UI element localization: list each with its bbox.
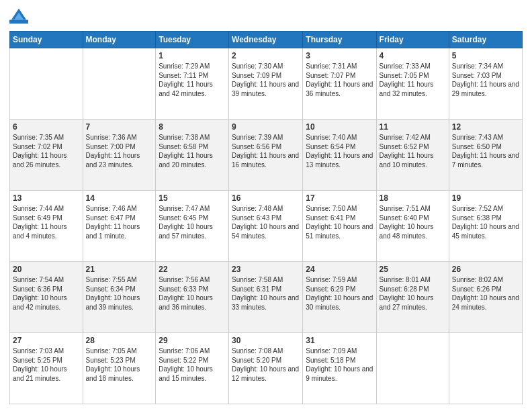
- calendar-cell: 16Sunrise: 7:48 AMSunset: 6:43 PMDayligh…: [229, 191, 303, 262]
- calendar-cell: [83, 48, 156, 120]
- calendar-cell: 29Sunrise: 7:06 AMSunset: 5:22 PMDayligh…: [156, 333, 229, 404]
- day-info: Sunrise: 7:39 AMSunset: 6:56 PMDaylight:…: [232, 133, 300, 169]
- day-info: Sunrise: 7:43 AMSunset: 6:50 PMDaylight:…: [452, 133, 519, 169]
- day-info: Sunrise: 7:52 AMSunset: 6:38 PMDaylight:…: [452, 204, 519, 240]
- day-number: 8: [159, 122, 226, 132]
- day-info: Sunrise: 7:40 AMSunset: 6:54 PMDaylight:…: [306, 133, 373, 169]
- calendar-cell: 11Sunrise: 7:42 AMSunset: 6:52 PMDayligh…: [376, 120, 449, 191]
- calendar-cell: 24Sunrise: 7:59 AMSunset: 6:29 PMDayligh…: [303, 262, 376, 333]
- day-info: Sunrise: 7:29 AMSunset: 7:11 PMDaylight:…: [159, 62, 226, 98]
- day-number: 5: [452, 50, 519, 61]
- calendar-cell: 1Sunrise: 7:29 AMSunset: 7:11 PMDaylight…: [156, 48, 229, 120]
- calendar-cell: 27Sunrise: 7:03 AMSunset: 5:25 PMDayligh…: [10, 333, 83, 404]
- calendar-cell: 20Sunrise: 7:54 AMSunset: 6:36 PMDayligh…: [10, 262, 83, 333]
- day-info: Sunrise: 7:34 AMSunset: 7:03 PMDaylight:…: [452, 62, 519, 98]
- logo-icon: [9, 7, 28, 26]
- day-number: 21: [86, 264, 153, 275]
- page: SundayMondayTuesdayWednesdayThursdayFrid…: [0, 0, 532, 411]
- day-number: 7: [86, 122, 153, 132]
- day-info: Sunrise: 7:38 AMSunset: 6:58 PMDaylight:…: [159, 133, 226, 169]
- day-number: 10: [306, 122, 373, 132]
- day-info: Sunrise: 7:46 AMSunset: 6:47 PMDaylight:…: [86, 204, 153, 240]
- calendar-cell: 22Sunrise: 7:56 AMSunset: 6:33 PMDayligh…: [156, 262, 229, 333]
- calendar-cell: [449, 333, 522, 404]
- day-number: 2: [232, 50, 300, 61]
- calendar-cell: 15Sunrise: 7:47 AMSunset: 6:45 PMDayligh…: [156, 191, 229, 262]
- calendar-header-friday: Friday: [376, 32, 449, 48]
- day-info: Sunrise: 7:59 AMSunset: 6:29 PMDaylight:…: [306, 275, 373, 312]
- calendar-cell: 13Sunrise: 7:44 AMSunset: 6:49 PMDayligh…: [10, 191, 83, 262]
- day-info: Sunrise: 7:44 AMSunset: 6:49 PMDaylight:…: [13, 204, 80, 240]
- calendar-cell: 21Sunrise: 7:55 AMSunset: 6:34 PMDayligh…: [83, 262, 156, 333]
- day-number: 30: [232, 335, 300, 346]
- day-number: 11: [380, 122, 446, 132]
- day-number: 25: [380, 264, 446, 275]
- day-number: 19: [452, 193, 519, 203]
- logo: [9, 7, 31, 26]
- day-info: Sunrise: 7:08 AMSunset: 5:20 PMDaylight:…: [232, 347, 300, 383]
- day-number: 3: [306, 50, 373, 61]
- day-info: Sunrise: 7:42 AMSunset: 6:52 PMDaylight:…: [380, 133, 446, 169]
- day-info: Sunrise: 7:58 AMSunset: 6:31 PMDaylight:…: [232, 275, 300, 312]
- calendar-header-wednesday: Wednesday: [229, 32, 303, 48]
- day-info: Sunrise: 7:51 AMSunset: 6:40 PMDaylight:…: [380, 204, 446, 240]
- day-number: 6: [13, 122, 80, 132]
- day-info: Sunrise: 7:31 AMSunset: 7:07 PMDaylight:…: [306, 62, 373, 98]
- calendar-cell: 30Sunrise: 7:08 AMSunset: 5:20 PMDayligh…: [229, 333, 303, 404]
- day-number: 4: [380, 50, 446, 61]
- day-info: Sunrise: 7:09 AMSunset: 5:18 PMDaylight:…: [306, 347, 373, 383]
- calendar-cell: 23Sunrise: 7:58 AMSunset: 6:31 PMDayligh…: [229, 262, 303, 333]
- day-number: 28: [86, 335, 153, 346]
- calendar-cell: 9Sunrise: 7:39 AMSunset: 6:56 PMDaylight…: [229, 120, 303, 191]
- day-info: Sunrise: 7:48 AMSunset: 6:43 PMDaylight:…: [232, 204, 300, 240]
- day-info: Sunrise: 7:47 AMSunset: 6:45 PMDaylight:…: [159, 204, 226, 240]
- calendar-header-monday: Monday: [83, 32, 156, 48]
- day-number: 17: [306, 193, 373, 203]
- day-info: Sunrise: 7:54 AMSunset: 6:36 PMDaylight:…: [13, 275, 80, 312]
- calendar-week-3: 13Sunrise: 7:44 AMSunset: 6:49 PMDayligh…: [10, 191, 523, 262]
- calendar-cell: 10Sunrise: 7:40 AMSunset: 6:54 PMDayligh…: [303, 120, 376, 191]
- calendar-cell: 8Sunrise: 7:38 AMSunset: 6:58 PMDaylight…: [156, 120, 229, 191]
- calendar-cell: [376, 333, 449, 404]
- day-info: Sunrise: 8:01 AMSunset: 6:28 PMDaylight:…: [380, 275, 446, 312]
- day-info: Sunrise: 7:33 AMSunset: 7:05 PMDaylight:…: [380, 62, 446, 98]
- day-number: 15: [159, 193, 226, 203]
- calendar-header-sunday: Sunday: [10, 32, 83, 48]
- calendar-cell: 2Sunrise: 7:30 AMSunset: 7:09 PMDaylight…: [229, 48, 303, 120]
- day-info: Sunrise: 7:56 AMSunset: 6:33 PMDaylight:…: [159, 275, 226, 312]
- calendar-header-saturday: Saturday: [449, 32, 522, 48]
- calendar-week-5: 27Sunrise: 7:03 AMSunset: 5:25 PMDayligh…: [10, 333, 523, 404]
- calendar-cell: 26Sunrise: 8:02 AMSunset: 6:26 PMDayligh…: [449, 262, 522, 333]
- calendar-cell: 25Sunrise: 8:01 AMSunset: 6:28 PMDayligh…: [376, 262, 449, 333]
- day-number: 9: [232, 122, 300, 132]
- day-number: 23: [232, 264, 300, 275]
- calendar-cell: 5Sunrise: 7:34 AMSunset: 7:03 PMDaylight…: [449, 48, 522, 120]
- calendar-header-row: SundayMondayTuesdayWednesdayThursdayFrid…: [10, 32, 523, 48]
- day-info: Sunrise: 7:55 AMSunset: 6:34 PMDaylight:…: [86, 275, 153, 312]
- day-number: 22: [159, 264, 226, 275]
- calendar-cell: 3Sunrise: 7:31 AMSunset: 7:07 PMDaylight…: [303, 48, 376, 120]
- calendar-cell: 6Sunrise: 7:35 AMSunset: 7:02 PMDaylight…: [10, 120, 83, 191]
- calendar-cell: 28Sunrise: 7:05 AMSunset: 5:23 PMDayligh…: [83, 333, 156, 404]
- day-number: 24: [306, 264, 373, 275]
- day-number: 14: [86, 193, 153, 203]
- calendar-week-2: 6Sunrise: 7:35 AMSunset: 7:02 PMDaylight…: [10, 120, 523, 191]
- calendar-week-4: 20Sunrise: 7:54 AMSunset: 6:36 PMDayligh…: [10, 262, 523, 333]
- calendar-cell: [10, 48, 83, 120]
- svg-rect-2: [9, 20, 28, 24]
- calendar-header-thursday: Thursday: [303, 32, 376, 48]
- day-info: Sunrise: 7:05 AMSunset: 5:23 PMDaylight:…: [86, 347, 153, 383]
- day-info: Sunrise: 7:35 AMSunset: 7:02 PMDaylight:…: [13, 133, 80, 169]
- header: [9, 7, 523, 26]
- calendar-week-1: 1Sunrise: 7:29 AMSunset: 7:11 PMDaylight…: [10, 48, 523, 120]
- calendar-cell: 7Sunrise: 7:36 AMSunset: 7:00 PMDaylight…: [83, 120, 156, 191]
- day-info: Sunrise: 7:03 AMSunset: 5:25 PMDaylight:…: [13, 347, 80, 383]
- day-number: 26: [452, 264, 519, 275]
- calendar-cell: 12Sunrise: 7:43 AMSunset: 6:50 PMDayligh…: [449, 120, 522, 191]
- calendar-cell: 19Sunrise: 7:52 AMSunset: 6:38 PMDayligh…: [449, 191, 522, 262]
- day-number: 16: [232, 193, 300, 203]
- calendar-header-tuesday: Tuesday: [156, 32, 229, 48]
- day-number: 31: [306, 335, 373, 346]
- day-number: 27: [13, 335, 80, 346]
- calendar-cell: 17Sunrise: 7:50 AMSunset: 6:41 PMDayligh…: [303, 191, 376, 262]
